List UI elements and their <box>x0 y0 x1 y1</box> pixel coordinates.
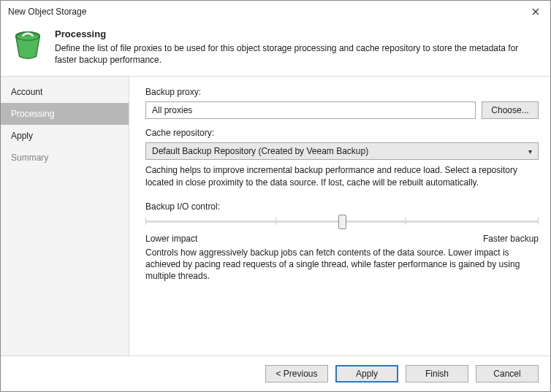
slider-tick <box>276 218 276 225</box>
chevron-down-icon: ▾ <box>528 147 532 155</box>
cache-repository-value: Default Backup Repository (Created by Ve… <box>152 146 368 156</box>
sidebar-item-label: Account <box>11 87 42 97</box>
page-description: Define the list of file proxies to be us… <box>55 42 540 66</box>
cache-repository-label: Cache repository: <box>145 128 539 138</box>
sidebar-item-account[interactable]: Account <box>1 81 129 103</box>
close-icon[interactable] <box>521 1 550 23</box>
slider-thumb[interactable] <box>338 215 346 229</box>
wizard-sidebar: Account Processing Apply Summary <box>1 77 129 356</box>
footer: < Previous Apply Finish Cancel <box>1 356 550 391</box>
window-title: New Object Storage <box>8 7 521 17</box>
cancel-button[interactable]: Cancel <box>476 365 539 383</box>
sidebar-item-processing[interactable]: Processing <box>1 103 129 125</box>
previous-button[interactable]: < Previous <box>265 365 328 383</box>
backup-proxy-value: All proxies <box>152 105 192 115</box>
bucket-icon <box>11 28 45 66</box>
sidebar-item-label: Apply <box>11 131 33 141</box>
apply-button[interactable]: Apply <box>335 365 398 383</box>
header: Processing Define the list of file proxi… <box>1 23 550 77</box>
io-high-label: Faster backup <box>483 234 539 244</box>
choose-button[interactable]: Choose... <box>482 101 539 119</box>
io-slider[interactable] <box>145 213 539 231</box>
content-area: Backup proxy: All proxies Choose... Cach… <box>129 77 550 356</box>
sidebar-item-summary[interactable]: Summary <box>1 147 129 169</box>
titlebar: New Object Storage <box>1 1 550 23</box>
io-control-label: Backup I/O control: <box>145 201 539 212</box>
slider-tick <box>538 218 539 225</box>
io-low-label: Lower impact <box>145 234 197 244</box>
io-help-text: Controls how aggressively backup jobs ca… <box>145 247 539 283</box>
header-text: Processing Define the list of file proxi… <box>55 28 540 66</box>
backup-proxy-label: Backup proxy: <box>145 87 539 97</box>
finish-button[interactable]: Finish <box>406 365 468 383</box>
sidebar-item-apply[interactable]: Apply <box>1 125 129 147</box>
cache-repository-select[interactable]: Default Backup Repository (Created by Ve… <box>145 142 539 160</box>
cache-help-text: Caching helps to improve incremental bac… <box>145 164 539 188</box>
sidebar-item-label: Summary <box>11 153 48 163</box>
backup-proxy-input[interactable]: All proxies <box>145 101 476 119</box>
slider-tick <box>405 218 406 225</box>
slider-tick <box>145 218 146 225</box>
page-title: Processing <box>55 28 540 39</box>
sidebar-item-label: Processing <box>11 109 54 119</box>
